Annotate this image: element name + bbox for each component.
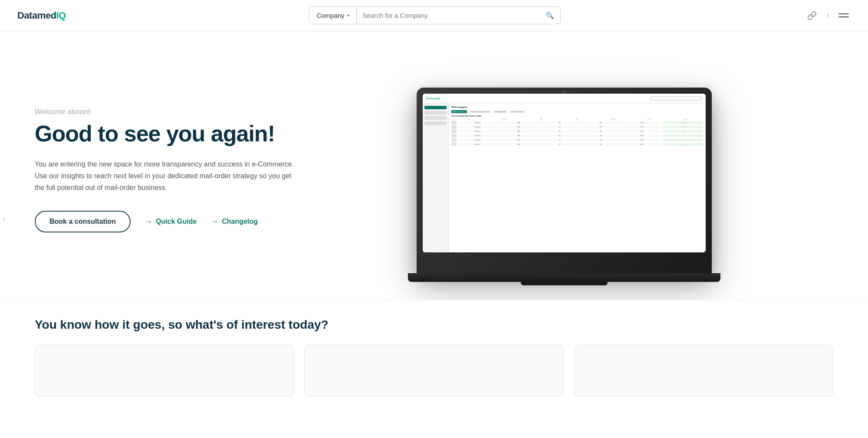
book-consultation-button[interactable]: Book a consultation [35,211,131,232]
sidebar-expand-arrow[interactable]: › [0,210,9,228]
table-cell: 41.6 [622,130,662,133]
table-cell-status: ● [663,143,703,146]
screen-body: PZN Insights Abatz Summary Demand Qualit… [423,103,706,252]
table-cell-status: ● [663,130,703,133]
menu-line-2 [838,16,849,17]
screen-search-mini [650,96,702,101]
screen-ui: DatamedIQ PZN I [423,94,706,252]
menu-button[interactable] [837,12,851,19]
table-cell: 30.89 [622,134,662,137]
table-cell: 930 [581,121,621,124]
table-cell: 42 [539,139,580,141]
bottom-card-1 [35,345,294,397]
screen-col-h: Qty [559,118,595,120]
table-cell: 47 [539,130,580,133]
table-cell-img [451,134,457,137]
table-cell: 2345 [499,143,539,146]
header: DatamedIQ Company ▾ 🔍 i [0,0,868,31]
screen-pzn-title: PZN Insights [451,106,703,108]
screen-sidebar-item [424,106,447,109]
search-type-label: Company [316,12,344,19]
arrow-icon: → [145,217,152,226]
screen-company-label: HCM KLOSTERFRAU VERTR. GMBH [451,115,703,117]
info-label: i [828,12,829,19]
screen-logo-iq: IQ [437,97,440,100]
menu-line-1 [838,13,849,14]
quick-guide-link[interactable]: → Quick Guide [145,217,197,226]
screen-col-h: Score [632,118,667,120]
table-cell: 80 [539,134,580,137]
screen-table: Img Product PZN Qty Monthly Score Status [451,118,703,146]
table-cell: 45 [539,126,580,128]
laptop-visual: DatamedIQ PZN I [412,66,716,274]
search-input[interactable] [363,12,542,19]
link-icon [807,11,817,20]
table-cell: 9012 [499,130,539,133]
table-cell-status: ● [663,121,703,124]
screen-tab-search: Search Visibility [510,110,525,113]
screen-sidebar [423,103,449,252]
table-cell: 25.45 [622,121,662,124]
laptop-body: DatamedIQ PZN I [417,88,712,274]
table-cell: 42 [539,143,580,146]
table-cell: Product A [457,121,498,124]
screen-header: DatamedIQ [423,94,706,103]
search-bar: Company ▾ 🔍 [309,7,561,24]
changelog-link[interactable]: → Changelog [210,217,258,226]
screen-col-h: Img [451,118,487,120]
screen-tab-dqc: Demand Quality Control [469,110,491,113]
table-cell-img [451,121,457,124]
table-cell: 24 [539,121,580,124]
table-cell: Product D [457,134,498,137]
screen-col-h: PZN [523,118,559,120]
quick-guide-label: Quick Guide [156,218,197,226]
table-row: Product E 7890 42 100 37.60 ● [451,138,703,142]
bottom-section: You know how it goes, so what's of inter… [0,300,868,405]
bottom-card-2 [304,345,563,397]
screen-sidebar-item [424,121,447,125]
table-cell: Product B [457,126,498,128]
table-cell: 3456 [499,134,539,137]
table-cell: 43.56 [622,143,662,146]
table-cell: 37.60 [622,139,662,141]
table-row: Product C 9012 47 130 41.6 ● [451,130,703,133]
arrow-icon: → [210,217,218,226]
screen-tabs: Abatz Summary Demand Quality Control Liv… [451,110,703,113]
hero-title: Good to see you again! [35,121,295,146]
table-cell: Product E [457,139,498,141]
table-cell: 7890 [499,139,539,141]
laptop-base [408,273,720,282]
hero-right: DatamedIQ PZN I [295,66,833,274]
link-icon-button[interactable] [804,8,820,23]
screen-col-h: Status [668,118,703,120]
logo-text-main: Datamed [17,10,56,21]
table-cell: 100 [581,139,621,141]
screen-tab-live: Live Availability [493,110,508,113]
hero-section: Welcome aboard Good to see you again! Yo… [0,31,868,300]
screen-col-h: Product [487,118,523,120]
table-cell: 130 [581,130,621,133]
search-type-dropdown[interactable]: Company ▾ [309,7,356,23]
header-actions: i [804,8,851,23]
table-cell: Product F [457,143,498,146]
welcome-label: Welcome aboard [35,108,295,116]
bottom-card-3 [574,345,833,397]
hero-description: You are entering the new space for more … [35,158,295,194]
screen-logo-main: Datamed [426,97,437,100]
screen-sidebar-item [424,111,447,114]
chevron-down-icon: ▾ [347,13,349,18]
table-row: Product D 3456 80 150 30.89 ● [451,134,703,137]
info-badge[interactable]: i [828,12,829,19]
table-cell: 920 [581,126,621,128]
laptop-camera [562,90,566,94]
table-cell-status: ● [663,134,703,137]
table-cell: 150 [581,134,621,137]
logo-text-highlight: IQ [56,10,66,21]
table-cell-img [451,143,457,146]
table-cell-img [451,125,457,129]
table-cell: 36.70 [622,126,662,128]
table-cell: Product C [457,130,498,133]
table-row: Product F 2345 42 100 43.56 ● [451,143,703,146]
table-cell-img [451,130,457,133]
table-row: Product A 1234 24 930 25.45 ● [451,121,703,124]
